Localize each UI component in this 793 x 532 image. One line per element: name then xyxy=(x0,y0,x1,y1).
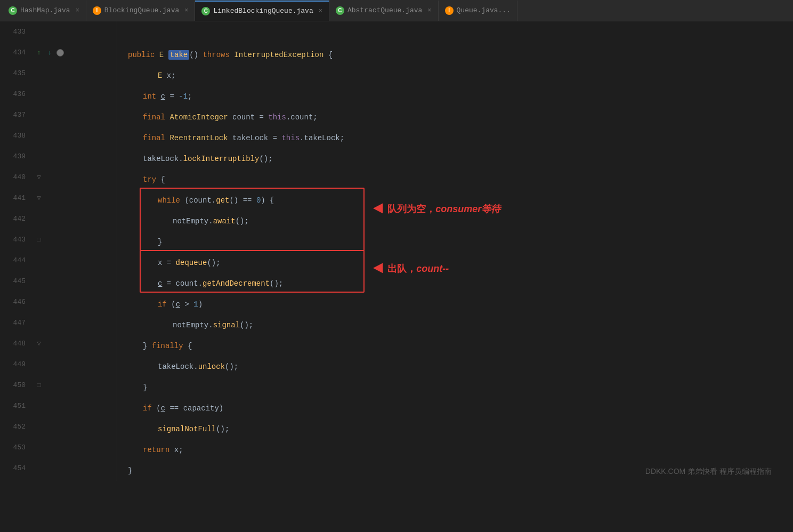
tab-close-abstractqueue[interactable]: × xyxy=(427,7,431,14)
tab-label-linkedblockingqueue: LinkedBlockingQueue.java xyxy=(213,7,313,15)
parens-semi1: (); xyxy=(259,155,272,163)
gutter-line-441: 441 ▽ xyxy=(0,188,117,208)
tab-close-hashmap[interactable]: × xyxy=(76,7,79,14)
code-line-451: if ( c == capacity) xyxy=(128,398,793,418)
keyword-if2: if xyxy=(143,404,152,413)
tab-abstractqueue[interactable]: C AbstractQueue.java × xyxy=(329,1,439,21)
code-line-434: public E take () throws InterruptedExcep… xyxy=(128,44,793,65)
code-line-448: } finally { xyxy=(128,335,793,356)
paren-close-brace: ) { xyxy=(261,196,274,205)
brace-close-while: } xyxy=(158,238,162,246)
code-line-444: x = dequeue (); xyxy=(128,252,793,273)
gutter-line-449: 449 xyxy=(0,354,117,375)
code-line-446: if ( c > 1 ) xyxy=(128,294,793,315)
code-line-438: final ReentrantLock takeLock = this .tak… xyxy=(128,127,793,148)
line-number-433: 433 xyxy=(0,28,32,36)
gutter-icons-448: ▽ xyxy=(32,339,75,349)
gutter-line-435: 435 xyxy=(0,63,117,84)
space xyxy=(164,51,168,59)
tab-icon-blockingqueue: I xyxy=(93,6,101,15)
fold-icon-448[interactable]: ▽ xyxy=(34,339,44,349)
tab-close-blockingqueue[interactable]: × xyxy=(184,7,188,14)
method-dequeue: dequeue xyxy=(176,259,207,267)
brace-close-try: } xyxy=(143,342,152,350)
tab-label-queue: Queue.java... xyxy=(457,6,511,14)
tab-blockingqueue[interactable]: I BlockingQueue.java × xyxy=(86,1,196,21)
space xyxy=(155,51,159,59)
gutter-line-453: 453 xyxy=(0,437,117,458)
tab-icon-abstractqueue: C xyxy=(336,6,344,15)
code-content: public E take () throws InterruptedExcep… xyxy=(117,21,793,481)
breakpoint-marker[interactable] xyxy=(55,48,65,58)
brace-close-method: } xyxy=(128,466,132,475)
line-number-443: 443 xyxy=(0,236,32,244)
code-line-435: E x; xyxy=(128,65,793,86)
return-x: x; xyxy=(169,446,183,454)
keyword-try: try xyxy=(143,175,156,184)
line-number-436: 436 xyxy=(0,90,32,98)
keyword-int: int xyxy=(143,92,156,101)
keyword-this2: this xyxy=(281,134,300,142)
line-number-438: 438 xyxy=(0,132,32,140)
method-take: take xyxy=(168,50,190,60)
line-number-446: 446 xyxy=(0,298,32,306)
gutter-line-451: 451 xyxy=(0,396,117,416)
tab-linkedblockingqueue[interactable]: C LinkedBlockingQueue.java × xyxy=(195,1,329,21)
semi-dequeue: (); xyxy=(207,259,220,267)
fold-icon-443[interactable]: □ xyxy=(34,235,44,245)
fold-icon-441[interactable]: ▽ xyxy=(34,194,44,203)
gutter-line-434: 434 ↑ ↓ xyxy=(0,42,117,63)
fold-icon-450[interactable]: □ xyxy=(34,381,44,390)
gutter-line-439: 439 xyxy=(0,146,117,167)
keyword-throws: throws xyxy=(203,51,229,59)
watermark-text: DDKK.COM 弟弟快看 程序员编程指南 xyxy=(645,467,772,475)
method-signal: signal xyxy=(213,321,240,329)
paren-open: (count. xyxy=(180,196,216,205)
code-line-442: notEmpty. await (); xyxy=(128,211,793,231)
semi-signalnotfull: (); xyxy=(216,425,229,433)
num-minus1: -1 xyxy=(179,92,188,101)
gutter-line-433: 433 xyxy=(0,21,117,42)
code-line-436: int c = -1 ; xyxy=(128,86,793,107)
paren-open2: ( xyxy=(152,404,161,413)
method-await: await xyxy=(213,217,236,225)
method-getanddecrement: getAndDecrement xyxy=(203,279,270,288)
var-c-436: c xyxy=(161,92,165,101)
keyword-finally: finally xyxy=(152,342,183,350)
line-number-451: 451 xyxy=(0,402,32,410)
get-eq: () == xyxy=(229,196,256,205)
tab-close-linkedblockingqueue[interactable]: × xyxy=(319,7,322,15)
code-line-439: takeLock. lockInterruptibly (); xyxy=(128,148,793,169)
dot-takelock: .takeLock; xyxy=(300,134,344,142)
code-line-452: signalNotFull (); xyxy=(128,418,793,439)
brace-try: { xyxy=(156,175,165,184)
line-number-442: 442 xyxy=(0,215,32,223)
fold-icon-440[interactable]: ▽ xyxy=(34,173,44,182)
watermark: DDKK.COM 弟弟快看 程序员编程指南 xyxy=(645,467,772,477)
gt-1: > xyxy=(180,300,193,309)
tab-queue[interactable]: I Queue.java... xyxy=(439,1,517,21)
gutter-line-446: 446 xyxy=(0,292,117,312)
parens: () xyxy=(189,51,203,59)
down-arrow-icon[interactable]: ↓ xyxy=(45,48,54,58)
code-line-449: takeLock. unlock (); xyxy=(128,356,793,377)
line-number-437: 437 xyxy=(0,111,32,119)
space: count = xyxy=(228,113,269,122)
code-line-453: return x; xyxy=(128,439,793,460)
up-arrow-icon[interactable]: ↑ xyxy=(34,48,44,58)
c-assign: = count. xyxy=(162,279,203,288)
type-reentrantlock: ReentrantLock xyxy=(169,134,228,142)
brace-open: { xyxy=(323,51,333,59)
tab-icon-hashmap: C xyxy=(9,6,17,15)
semi-unlock: (); xyxy=(225,362,238,371)
tab-hashmap[interactable]: C HashMap.java × xyxy=(2,1,86,21)
keyword-this1: this xyxy=(268,113,286,122)
tab-label-hashmap: HashMap.java xyxy=(20,6,70,14)
gutter-line-444: 444 xyxy=(0,250,117,271)
eq-capacity: == capacity) xyxy=(165,404,223,413)
keyword-final1: final xyxy=(143,113,165,122)
gutter-line-448: 448 ▽ xyxy=(0,333,117,354)
line-number-434: 434 xyxy=(0,49,32,57)
line-number-440: 440 xyxy=(0,173,32,181)
line-number-439: 439 xyxy=(0,152,32,160)
